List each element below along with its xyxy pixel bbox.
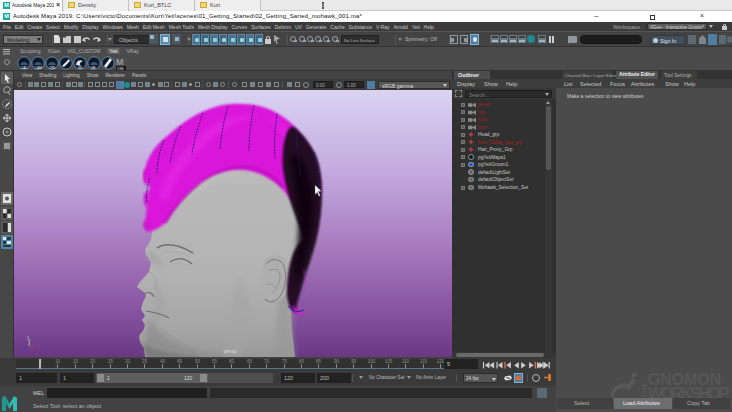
svg-text:CRD: CRD [49, 66, 56, 70]
svg-text:persp: persp [224, 348, 237, 354]
svg-text:CAM: CAM [35, 66, 42, 70]
svg-text:CAC: CAC [21, 66, 28, 70]
svg-text:M: M [116, 57, 124, 67]
